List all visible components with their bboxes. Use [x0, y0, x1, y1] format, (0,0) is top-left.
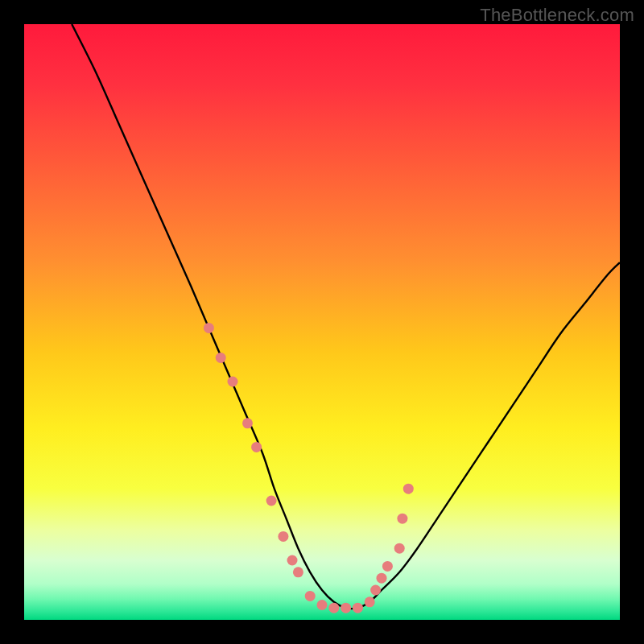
highlight-dot	[353, 603, 363, 613]
highlight-dot	[328, 603, 339, 613]
highlight-dot	[266, 496, 277, 506]
highlight-dot	[382, 561, 393, 572]
highlight-dot	[293, 567, 303, 577]
bottleneck-curve	[24, 24, 620, 620]
highlight-dot	[317, 600, 328, 610]
watermark-text: TheBottleneck.com	[480, 5, 634, 26]
highlight-dot	[365, 597, 375, 607]
highlight-dot	[397, 514, 407, 524]
highlight-dot	[251, 442, 262, 452]
highlight-dot	[341, 603, 351, 613]
outer-black-frame: TheBottleneck.com	[0, 0, 644, 644]
highlight-dot	[403, 484, 414, 494]
highlight-dot	[216, 353, 226, 363]
highlight-dot	[305, 591, 316, 601]
highlight-dot	[278, 531, 288, 542]
plot-area	[24, 24, 620, 620]
highlight-dot	[204, 323, 214, 333]
highlight-dot	[377, 573, 387, 584]
highlight-dot	[228, 377, 238, 387]
highlight-dot	[394, 543, 405, 554]
highlight-dot	[370, 585, 381, 596]
highlight-dot	[287, 555, 298, 566]
highlight-dot	[242, 418, 253, 428]
